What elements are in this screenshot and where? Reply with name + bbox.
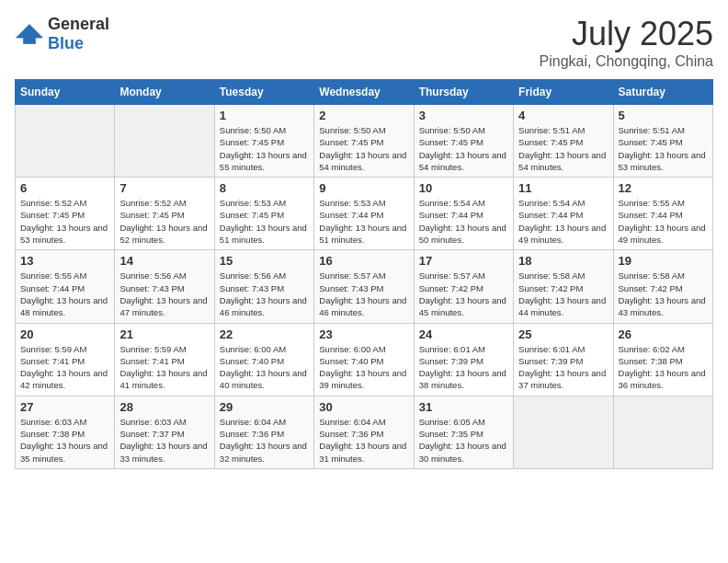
weekday-header: Tuesday bbox=[214, 80, 313, 105]
day-number: 14 bbox=[119, 254, 209, 268]
day-number: 29 bbox=[220, 400, 309, 414]
calendar-cell: 14Sunrise: 5:56 AM Sunset: 7:43 PM Dayli… bbox=[115, 250, 214, 323]
calendar-cell: 20Sunrise: 5:59 AM Sunset: 7:41 PM Dayli… bbox=[16, 323, 115, 396]
day-info: Sunrise: 6:00 AM Sunset: 7:40 PM Dayligh… bbox=[220, 343, 309, 392]
calendar-cell: 12Sunrise: 5:55 AM Sunset: 7:44 PM Dayli… bbox=[613, 178, 712, 250]
day-info: Sunrise: 5:50 AM Sunset: 7:45 PM Dayligh… bbox=[319, 124, 408, 173]
subtitle: Pingkai, Chongqing, China bbox=[540, 53, 713, 70]
day-info: Sunrise: 5:53 AM Sunset: 7:45 PM Dayligh… bbox=[220, 197, 309, 246]
day-info: Sunrise: 5:53 AM Sunset: 7:44 PM Dayligh… bbox=[319, 197, 408, 246]
calendar-week-row: 13Sunrise: 5:55 AM Sunset: 7:44 PM Dayli… bbox=[16, 250, 713, 323]
weekday-header: Wednesday bbox=[314, 80, 414, 105]
logo-icon bbox=[15, 23, 44, 45]
header: General Blue July 2025 Pingkai, Chongqin… bbox=[15, 15, 713, 70]
day-info: Sunrise: 5:59 AM Sunset: 7:41 PM Dayligh… bbox=[119, 343, 209, 392]
day-info: Sunrise: 5:55 AM Sunset: 7:44 PM Dayligh… bbox=[20, 270, 109, 318]
weekday-header-row: SundayMondayTuesdayWednesdayThursdayFrid… bbox=[16, 80, 713, 105]
calendar-cell: 8Sunrise: 5:53 AM Sunset: 7:45 PM Daylig… bbox=[214, 178, 313, 250]
calendar-cell: 29Sunrise: 6:04 AM Sunset: 7:36 PM Dayli… bbox=[214, 396, 313, 468]
day-number: 15 bbox=[220, 254, 309, 268]
day-number: 16 bbox=[319, 254, 408, 268]
calendar-cell: 28Sunrise: 6:03 AM Sunset: 7:37 PM Dayli… bbox=[115, 396, 214, 468]
day-info: Sunrise: 6:05 AM Sunset: 7:35 PM Dayligh… bbox=[419, 416, 508, 465]
calendar-week-row: 1Sunrise: 5:50 AM Sunset: 7:45 PM Daylig… bbox=[16, 105, 713, 178]
day-info: Sunrise: 6:01 AM Sunset: 7:39 PM Dayligh… bbox=[518, 343, 608, 392]
day-number: 8 bbox=[220, 181, 309, 195]
calendar-cell: 15Sunrise: 5:56 AM Sunset: 7:43 PM Dayli… bbox=[214, 250, 313, 323]
calendar-cell: 5Sunrise: 5:51 AM Sunset: 7:45 PM Daylig… bbox=[613, 105, 712, 178]
day-number: 23 bbox=[319, 327, 408, 341]
logo-text: General Blue bbox=[48, 15, 109, 53]
day-number: 26 bbox=[619, 327, 708, 341]
day-number: 3 bbox=[419, 109, 508, 122]
day-info: Sunrise: 5:58 AM Sunset: 7:42 PM Dayligh… bbox=[619, 270, 708, 318]
day-number: 21 bbox=[119, 327, 209, 341]
day-number: 10 bbox=[419, 181, 508, 195]
calendar-cell: 2Sunrise: 5:50 AM Sunset: 7:45 PM Daylig… bbox=[314, 105, 414, 178]
main-title: July 2025 bbox=[540, 15, 713, 53]
day-number: 5 bbox=[619, 109, 708, 122]
calendar-cell: 26Sunrise: 6:02 AM Sunset: 7:38 PM Dayli… bbox=[613, 323, 712, 396]
day-number: 11 bbox=[518, 181, 608, 195]
day-info: Sunrise: 5:52 AM Sunset: 7:45 PM Dayligh… bbox=[20, 197, 109, 246]
calendar-cell bbox=[115, 105, 214, 178]
day-number: 22 bbox=[220, 327, 309, 341]
calendar-cell: 1Sunrise: 5:50 AM Sunset: 7:45 PM Daylig… bbox=[214, 105, 313, 178]
day-number: 18 bbox=[518, 254, 608, 268]
calendar-cell: 18Sunrise: 5:58 AM Sunset: 7:42 PM Dayli… bbox=[514, 250, 613, 323]
day-info: Sunrise: 5:55 AM Sunset: 7:44 PM Dayligh… bbox=[619, 197, 708, 246]
day-info: Sunrise: 5:56 AM Sunset: 7:43 PM Dayligh… bbox=[119, 270, 209, 318]
day-number: 6 bbox=[20, 181, 109, 195]
day-number: 24 bbox=[419, 327, 508, 341]
logo-blue: Blue bbox=[48, 34, 84, 52]
calendar-cell: 9Sunrise: 5:53 AM Sunset: 7:44 PM Daylig… bbox=[314, 178, 414, 250]
calendar-week-row: 6Sunrise: 5:52 AM Sunset: 7:45 PM Daylig… bbox=[16, 178, 713, 250]
day-info: Sunrise: 5:51 AM Sunset: 7:45 PM Dayligh… bbox=[619, 124, 708, 173]
calendar-cell: 6Sunrise: 5:52 AM Sunset: 7:45 PM Daylig… bbox=[16, 178, 115, 250]
calendar-cell bbox=[613, 396, 712, 468]
day-number: 12 bbox=[619, 181, 708, 195]
logo: General Blue bbox=[15, 15, 109, 53]
calendar-cell: 16Sunrise: 5:57 AM Sunset: 7:43 PM Dayli… bbox=[314, 250, 414, 323]
calendar-cell: 30Sunrise: 6:04 AM Sunset: 7:36 PM Dayli… bbox=[314, 396, 414, 468]
day-number: 28 bbox=[119, 400, 209, 414]
day-info: Sunrise: 5:58 AM Sunset: 7:42 PM Dayligh… bbox=[518, 270, 608, 318]
calendar-cell: 10Sunrise: 5:54 AM Sunset: 7:44 PM Dayli… bbox=[414, 178, 513, 250]
weekday-header: Sunday bbox=[16, 80, 115, 105]
day-number: 1 bbox=[220, 109, 309, 122]
day-number: 25 bbox=[518, 327, 608, 341]
day-info: Sunrise: 5:59 AM Sunset: 7:41 PM Dayligh… bbox=[20, 343, 109, 392]
day-info: Sunrise: 6:00 AM Sunset: 7:40 PM Dayligh… bbox=[319, 343, 408, 392]
calendar-cell: 23Sunrise: 6:00 AM Sunset: 7:40 PM Dayli… bbox=[314, 323, 414, 396]
day-info: Sunrise: 5:51 AM Sunset: 7:45 PM Dayligh… bbox=[518, 124, 608, 173]
calendar-week-row: 27Sunrise: 6:03 AM Sunset: 7:38 PM Dayli… bbox=[16, 396, 713, 468]
calendar-cell: 11Sunrise: 5:54 AM Sunset: 7:44 PM Dayli… bbox=[514, 178, 613, 250]
calendar-week-row: 20Sunrise: 5:59 AM Sunset: 7:41 PM Dayli… bbox=[16, 323, 713, 396]
day-info: Sunrise: 5:56 AM Sunset: 7:43 PM Dayligh… bbox=[220, 270, 309, 318]
day-number: 31 bbox=[419, 400, 508, 414]
day-info: Sunrise: 5:50 AM Sunset: 7:45 PM Dayligh… bbox=[220, 124, 309, 173]
logo-general: General bbox=[48, 15, 109, 33]
calendar-cell: 21Sunrise: 5:59 AM Sunset: 7:41 PM Dayli… bbox=[115, 323, 214, 396]
day-number: 19 bbox=[619, 254, 708, 268]
day-info: Sunrise: 5:54 AM Sunset: 7:44 PM Dayligh… bbox=[518, 197, 608, 246]
calendar-cell: 3Sunrise: 5:50 AM Sunset: 7:45 PM Daylig… bbox=[414, 105, 513, 178]
day-number: 9 bbox=[319, 181, 408, 195]
day-info: Sunrise: 5:57 AM Sunset: 7:42 PM Dayligh… bbox=[419, 270, 508, 318]
calendar-cell: 31Sunrise: 6:05 AM Sunset: 7:35 PM Dayli… bbox=[414, 396, 513, 468]
calendar-cell: 13Sunrise: 5:55 AM Sunset: 7:44 PM Dayli… bbox=[16, 250, 115, 323]
calendar-cell bbox=[16, 105, 115, 178]
calendar-cell: 24Sunrise: 6:01 AM Sunset: 7:39 PM Dayli… bbox=[414, 323, 513, 396]
day-info: Sunrise: 6:03 AM Sunset: 7:38 PM Dayligh… bbox=[20, 416, 109, 465]
day-info: Sunrise: 6:03 AM Sunset: 7:37 PM Dayligh… bbox=[119, 416, 209, 465]
calendar-cell: 19Sunrise: 5:58 AM Sunset: 7:42 PM Dayli… bbox=[613, 250, 712, 323]
day-info: Sunrise: 6:01 AM Sunset: 7:39 PM Dayligh… bbox=[419, 343, 508, 392]
calendar-table: SundayMondayTuesdayWednesdayThursdayFrid… bbox=[15, 79, 713, 469]
calendar-cell: 7Sunrise: 5:52 AM Sunset: 7:45 PM Daylig… bbox=[115, 178, 214, 250]
calendar-cell: 27Sunrise: 6:03 AM Sunset: 7:38 PM Dayli… bbox=[16, 396, 115, 468]
day-info: Sunrise: 5:50 AM Sunset: 7:45 PM Dayligh… bbox=[419, 124, 508, 173]
weekday-header: Thursday bbox=[414, 80, 513, 105]
day-number: 13 bbox=[20, 254, 109, 268]
calendar-cell: 22Sunrise: 6:00 AM Sunset: 7:40 PM Dayli… bbox=[214, 323, 313, 396]
day-number: 27 bbox=[20, 400, 109, 414]
